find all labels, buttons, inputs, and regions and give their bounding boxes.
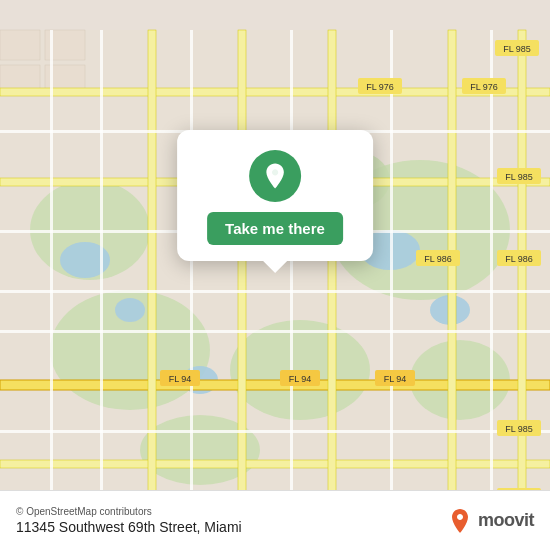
svg-text:FL 94: FL 94 bbox=[384, 374, 407, 384]
svg-rect-29 bbox=[0, 330, 550, 333]
svg-rect-37 bbox=[490, 30, 493, 520]
svg-rect-32 bbox=[50, 30, 53, 520]
svg-rect-22 bbox=[238, 30, 246, 520]
address-label: 11345 Southwest 69th Street, Miami bbox=[16, 519, 242, 535]
location-icon-wrapper bbox=[249, 150, 301, 202]
svg-rect-20 bbox=[0, 460, 550, 468]
svg-rect-33 bbox=[100, 30, 103, 520]
svg-point-9 bbox=[115, 298, 145, 322]
svg-text:FL 976: FL 976 bbox=[366, 82, 394, 92]
location-popup: Take me there bbox=[177, 130, 373, 261]
svg-text:FL 986: FL 986 bbox=[424, 254, 452, 264]
moovit-pin-icon bbox=[446, 507, 474, 535]
svg-rect-13 bbox=[0, 30, 40, 60]
svg-rect-36 bbox=[390, 30, 393, 520]
moovit-logo: moovit bbox=[446, 507, 534, 535]
svg-text:FL 94: FL 94 bbox=[169, 374, 192, 384]
svg-text:FL 94: FL 94 bbox=[289, 374, 312, 384]
svg-rect-35 bbox=[290, 30, 293, 520]
svg-rect-24 bbox=[448, 30, 456, 520]
svg-text:FL 976: FL 976 bbox=[470, 82, 498, 92]
svg-rect-34 bbox=[190, 30, 193, 520]
location-pin-icon bbox=[260, 161, 290, 191]
svg-rect-19 bbox=[0, 380, 550, 390]
svg-rect-30 bbox=[0, 430, 550, 433]
svg-text:FL 985: FL 985 bbox=[503, 44, 531, 54]
svg-rect-25 bbox=[518, 30, 526, 520]
svg-rect-21 bbox=[148, 30, 156, 520]
svg-text:FL 986: FL 986 bbox=[505, 254, 533, 264]
map-attribution: © OpenStreetMap contributors bbox=[16, 506, 242, 517]
bottom-bar: © OpenStreetMap contributors 11345 South… bbox=[0, 490, 550, 550]
svg-text:FL 985: FL 985 bbox=[505, 424, 533, 434]
svg-text:FL 985: FL 985 bbox=[505, 172, 533, 182]
moovit-text: moovit bbox=[478, 510, 534, 531]
map-background: FL 985 FL 976 FL 976 FL 985 FL 986 FL 98… bbox=[0, 0, 550, 550]
map-container: FL 985 FL 976 FL 976 FL 985 FL 986 FL 98… bbox=[0, 0, 550, 550]
take-me-there-button[interactable]: Take me there bbox=[207, 212, 343, 245]
svg-rect-28 bbox=[0, 290, 550, 293]
svg-rect-23 bbox=[328, 30, 336, 520]
